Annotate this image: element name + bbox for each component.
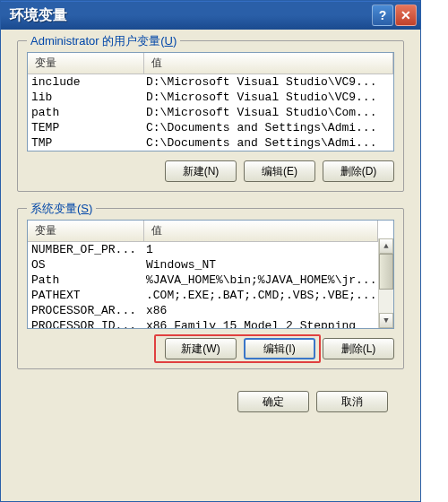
system-edit-button[interactable]: 编辑(I) <box>244 338 315 359</box>
col-header-value[interactable]: 值 <box>144 53 393 74</box>
system-vars-group: 系统变量(S) 变量 值 NUMBER_OF_PR...1 OSWindows_… <box>17 208 404 369</box>
system-vars-list[interactable]: 变量 值 NUMBER_OF_PR...1 OSWindows_NT Path%… <box>27 220 394 329</box>
system-list-scrollbar[interactable]: ▲ ▼ <box>378 238 393 328</box>
env-vars-dialog: 环境变量 ? ✕ Administrator 的用户变量(U) 变量 值 inc… <box>0 0 421 502</box>
list-item[interactable]: NUMBER_OF_PR...1 <box>28 242 378 257</box>
scroll-up-icon[interactable]: ▲ <box>379 238 393 254</box>
user-list-body: includeD:\Microsoft Visual Studio\VC9...… <box>28 74 393 151</box>
user-vars-list[interactable]: 变量 值 includeD:\Microsoft Visual Studio\V… <box>27 52 394 151</box>
list-item[interactable]: TMPC:\Documents and Settings\Admi... <box>28 135 393 151</box>
user-list-header: 变量 值 <box>28 53 393 74</box>
system-vars-legend: 系统变量(S) <box>27 201 96 217</box>
list-item[interactable]: OSWindows_NT <box>28 257 378 273</box>
sys-list-header: 变量 值 <box>28 221 378 242</box>
scroll-track[interactable] <box>379 254 393 313</box>
system-vars-buttons: 新建(W) 编辑(I) 删除(L) <box>27 338 394 359</box>
titlebar-buttons: ? ✕ <box>372 4 417 26</box>
close-button[interactable]: ✕ <box>395 4 417 26</box>
user-vars-legend: Administrator 的用户变量(U) <box>27 33 180 49</box>
system-delete-button[interactable]: 删除(L) <box>323 338 394 359</box>
list-item[interactable]: PROCESSOR_AR...x86 <box>28 303 378 318</box>
list-item[interactable]: TEMPC:\Documents and Settings\Admi... <box>28 120 393 135</box>
user-new-button[interactable]: 新建(N) <box>165 160 237 182</box>
col-header-name[interactable]: 变量 <box>28 221 144 241</box>
list-item[interactable]: includeD:\Microsoft Visual Studio\VC9... <box>28 74 393 90</box>
list-item[interactable]: PATHEXT.COM;.EXE;.BAT;.CMD;.VBS;.VBE;... <box>28 288 378 303</box>
list-item[interactable]: Path%JAVA_HOME%\bin;%JAVA_HOME%\jr... <box>28 273 378 288</box>
col-header-value[interactable]: 值 <box>144 221 378 241</box>
user-edit-button[interactable]: 编辑(E) <box>244 160 315 182</box>
sys-list-body: NUMBER_OF_PR...1 OSWindows_NT Path%JAVA_… <box>28 242 378 328</box>
ok-button[interactable]: 确定 <box>237 391 309 412</box>
scroll-down-icon[interactable]: ▼ <box>379 313 393 328</box>
user-delete-button[interactable]: 删除(D) <box>323 160 394 182</box>
user-vars-buttons: 新建(N) 编辑(E) 删除(D) <box>27 160 394 182</box>
window-title: 环境变量 <box>10 6 67 25</box>
user-vars-group: Administrator 的用户变量(U) 变量 值 includeD:\Mi… <box>17 40 404 192</box>
dialog-buttons: 确定 取消 <box>17 385 404 421</box>
close-icon: ✕ <box>401 8 411 22</box>
titlebar[interactable]: 环境变量 ? ✕ <box>1 1 420 30</box>
scroll-thumb[interactable] <box>379 254 393 290</box>
list-item[interactable]: libD:\Microsoft Visual Studio\VC9... <box>28 90 393 105</box>
cancel-button[interactable]: 取消 <box>316 391 388 412</box>
dialog-body: Administrator 的用户变量(U) 变量 值 includeD:\Mi… <box>1 30 420 501</box>
help-button[interactable]: ? <box>372 4 393 26</box>
list-item[interactable]: PROCESSOR_ID...x86 Family 15 Model 2 Ste… <box>28 318 378 328</box>
col-header-name[interactable]: 变量 <box>28 53 144 74</box>
list-item[interactable]: pathD:\Microsoft Visual Studio\Com... <box>28 105 393 120</box>
system-new-button[interactable]: 新建(W) <box>165 338 237 359</box>
